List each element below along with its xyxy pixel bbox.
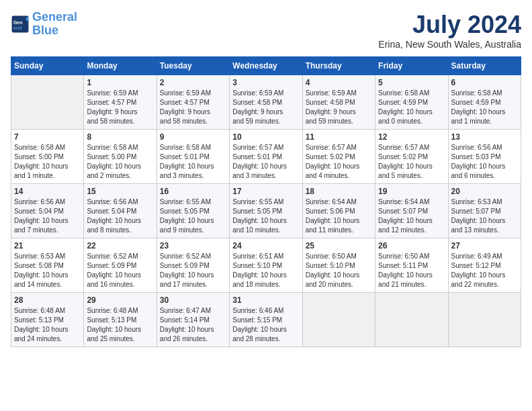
- calendar-cell: 25Sunrise: 6:50 AMSunset: 5:10 PMDayligh…: [302, 238, 375, 293]
- calendar-week-4: 28Sunrise: 6:48 AMSunset: 5:13 PMDayligh…: [11, 293, 521, 347]
- day-number: 19: [378, 187, 445, 196]
- day-info: Sunrise: 6:55 AMSunset: 5:05 PMDaylight:…: [160, 197, 226, 235]
- day-number: 18: [306, 187, 372, 196]
- header-day-thursday: Thursday: [302, 57, 375, 75]
- day-info: Sunrise: 6:58 AMSunset: 5:00 PMDaylight:…: [14, 143, 81, 181]
- day-number: 20: [451, 187, 518, 196]
- day-number: 8: [87, 132, 153, 142]
- logo-icon: Gen eral: [11, 15, 30, 34]
- svg-text:eral: eral: [13, 26, 22, 30]
- svg-text:Gen: Gen: [13, 20, 23, 25]
- calendar-cell: 20Sunrise: 6:53 AMSunset: 5:07 PMDayligh…: [448, 184, 521, 238]
- day-info: Sunrise: 6:56 AMSunset: 5:04 PMDaylight:…: [14, 197, 81, 235]
- calendar-cell: 15Sunrise: 6:56 AMSunset: 5:04 PMDayligh…: [84, 184, 157, 238]
- day-info: Sunrise: 6:55 AMSunset: 5:05 PMDaylight:…: [232, 197, 299, 235]
- calendar-cell: 18Sunrise: 6:54 AMSunset: 5:06 PMDayligh…: [302, 184, 375, 238]
- calendar-cell: 9Sunrise: 6:58 AMSunset: 5:01 PMDaylight…: [157, 130, 229, 184]
- header-day-friday: Friday: [375, 57, 448, 75]
- day-number: 26: [378, 241, 445, 250]
- calendar-cell: 6Sunrise: 6:58 AMSunset: 4:59 PMDaylight…: [448, 75, 521, 130]
- day-info: Sunrise: 6:52 AMSunset: 5:09 PMDaylight:…: [87, 252, 153, 289]
- day-info: Sunrise: 6:54 AMSunset: 5:06 PMDaylight:…: [306, 197, 372, 235]
- day-info: Sunrise: 6:57 AMSunset: 5:02 PMDaylight:…: [378, 143, 445, 181]
- day-info: Sunrise: 6:50 AMSunset: 5:11 PMDaylight:…: [378, 252, 445, 289]
- calendar-cell: 13Sunrise: 6:56 AMSunset: 5:03 PMDayligh…: [448, 130, 521, 184]
- day-number: 2: [160, 78, 226, 87]
- calendar-cell: 11Sunrise: 6:57 AMSunset: 5:02 PMDayligh…: [302, 130, 375, 184]
- calendar-cell: 22Sunrise: 6:52 AMSunset: 5:09 PMDayligh…: [84, 238, 157, 293]
- day-info: Sunrise: 6:49 AMSunset: 5:12 PMDaylight:…: [451, 252, 518, 289]
- calendar-table: SundayMondayTuesdayWednesdayThursdayFrid…: [11, 56, 521, 347]
- day-number: 24: [232, 241, 299, 250]
- day-number: 30: [160, 295, 226, 305]
- calendar-cell: 5Sunrise: 6:58 AMSunset: 4:59 PMDaylight…: [375, 75, 448, 130]
- calendar-cell: 29Sunrise: 6:48 AMSunset: 5:13 PMDayligh…: [84, 293, 157, 347]
- day-info: Sunrise: 6:46 AMSunset: 5:15 PMDaylight:…: [232, 306, 299, 344]
- calendar-week-0: 1Sunrise: 6:59 AMSunset: 4:57 PMDaylight…: [11, 75, 521, 130]
- day-number: 27: [451, 241, 518, 250]
- calendar-week-2: 14Sunrise: 6:56 AMSunset: 5:04 PMDayligh…: [11, 184, 521, 238]
- calendar-cell: 23Sunrise: 6:52 AMSunset: 5:09 PMDayligh…: [157, 238, 229, 293]
- day-info: Sunrise: 6:58 AMSunset: 4:59 PMDaylight:…: [451, 89, 518, 126]
- header-row: SundayMondayTuesdayWednesdayThursdayFrid…: [11, 57, 521, 75]
- day-info: Sunrise: 6:58 AMSunset: 5:00 PMDaylight:…: [87, 143, 153, 181]
- day-info: Sunrise: 6:48 AMSunset: 5:13 PMDaylight:…: [87, 306, 153, 344]
- calendar-cell: 24Sunrise: 6:51 AMSunset: 5:10 PMDayligh…: [230, 238, 302, 293]
- calendar-cell: 12Sunrise: 6:57 AMSunset: 5:02 PMDayligh…: [375, 130, 448, 184]
- day-number: 14: [14, 187, 81, 196]
- day-number: 21: [14, 241, 81, 250]
- calendar-cell: 10Sunrise: 6:57 AMSunset: 5:01 PMDayligh…: [230, 130, 302, 184]
- day-number: 12: [378, 132, 445, 142]
- day-info: Sunrise: 6:58 AMSunset: 5:01 PMDaylight:…: [160, 143, 226, 181]
- calendar-cell: 30Sunrise: 6:47 AMSunset: 5:14 PMDayligh…: [157, 293, 229, 347]
- day-number: 22: [87, 241, 153, 250]
- calendar-cell: 7Sunrise: 6:58 AMSunset: 5:00 PMDaylight…: [11, 130, 84, 184]
- header-day-tuesday: Tuesday: [157, 57, 229, 75]
- calendar-cell: [448, 293, 521, 347]
- day-number: 9: [160, 132, 226, 142]
- header-day-wednesday: Wednesday: [230, 57, 302, 75]
- calendar-cell: [11, 75, 84, 130]
- day-info: Sunrise: 6:56 AMSunset: 5:04 PMDaylight:…: [87, 197, 153, 235]
- page-header: Gen eral General Blue July 2024 Erina, N…: [11, 11, 521, 50]
- calendar-cell: 4Sunrise: 6:59 AMSunset: 4:58 PMDaylight…: [302, 75, 375, 130]
- calendar-cell: [302, 293, 375, 347]
- calendar-cell: 8Sunrise: 6:58 AMSunset: 5:00 PMDaylight…: [84, 130, 157, 184]
- day-info: Sunrise: 6:51 AMSunset: 5:10 PMDaylight:…: [232, 252, 299, 289]
- day-number: 4: [306, 78, 372, 87]
- month-title: July 2024: [378, 11, 521, 39]
- day-number: 23: [160, 241, 226, 250]
- day-number: 28: [14, 295, 81, 305]
- day-number: 29: [87, 295, 153, 305]
- calendar-body: 1Sunrise: 6:59 AMSunset: 4:57 PMDaylight…: [11, 75, 521, 347]
- day-info: Sunrise: 6:50 AMSunset: 5:10 PMDaylight:…: [306, 252, 372, 289]
- header-day-saturday: Saturday: [448, 57, 521, 75]
- day-info: Sunrise: 6:48 AMSunset: 5:13 PMDaylight:…: [14, 306, 81, 344]
- day-info: Sunrise: 6:59 AMSunset: 4:57 PMDaylight:…: [87, 89, 153, 126]
- logo-text: General Blue: [32, 11, 77, 38]
- calendar-cell: 27Sunrise: 6:49 AMSunset: 5:12 PMDayligh…: [448, 238, 521, 293]
- day-info: Sunrise: 6:59 AMSunset: 4:58 PMDaylight:…: [232, 89, 299, 126]
- day-info: Sunrise: 6:56 AMSunset: 5:03 PMDaylight:…: [451, 143, 518, 181]
- calendar-cell: 28Sunrise: 6:48 AMSunset: 5:13 PMDayligh…: [11, 293, 84, 347]
- day-number: 31: [232, 295, 299, 305]
- day-number: 25: [306, 241, 372, 250]
- logo-line2: Blue: [32, 24, 58, 37]
- calendar-cell: 1Sunrise: 6:59 AMSunset: 4:57 PMDaylight…: [84, 75, 157, 130]
- day-number: 11: [306, 132, 372, 142]
- day-info: Sunrise: 6:47 AMSunset: 5:14 PMDaylight:…: [160, 306, 226, 344]
- day-number: 3: [232, 78, 299, 87]
- day-info: Sunrise: 6:53 AMSunset: 5:08 PMDaylight:…: [14, 252, 81, 289]
- day-number: 13: [451, 132, 518, 142]
- calendar-cell: 19Sunrise: 6:54 AMSunset: 5:07 PMDayligh…: [375, 184, 448, 238]
- logo-line1: General: [32, 10, 77, 24]
- calendar-cell: 16Sunrise: 6:55 AMSunset: 5:05 PMDayligh…: [157, 184, 229, 238]
- calendar-cell: 26Sunrise: 6:50 AMSunset: 5:11 PMDayligh…: [375, 238, 448, 293]
- day-number: 5: [378, 78, 445, 87]
- day-info: Sunrise: 6:53 AMSunset: 5:07 PMDaylight:…: [451, 197, 518, 235]
- title-block: July 2024 Erina, New South Wales, Austra…: [378, 11, 521, 50]
- day-number: 15: [87, 187, 153, 196]
- day-number: 1: [87, 78, 153, 87]
- day-info: Sunrise: 6:58 AMSunset: 4:59 PMDaylight:…: [378, 89, 445, 126]
- calendar-cell: 21Sunrise: 6:53 AMSunset: 5:08 PMDayligh…: [11, 238, 84, 293]
